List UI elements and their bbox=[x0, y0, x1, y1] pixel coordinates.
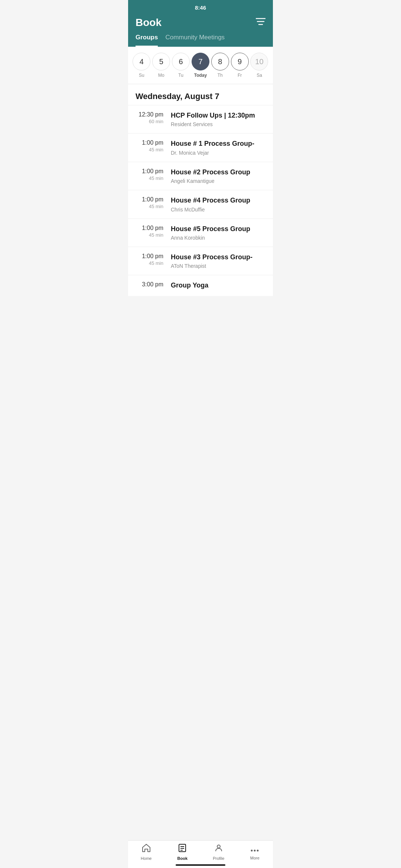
schedule-item[interactable]: 1:00 pm45 minHouse #2 Process GroupAngel… bbox=[128, 162, 273, 190]
status-bar: 8:46 bbox=[128, 0, 273, 13]
schedule-item[interactable]: 1:00 pm45 minHouse #5 Process GroupAnna … bbox=[128, 218, 273, 247]
event-title: House #5 Process Group bbox=[171, 225, 265, 233]
event-block: House # 1 Process Group-Dr. Monica Vejar bbox=[171, 139, 265, 155]
time-duration: 45 min bbox=[136, 175, 163, 181]
time-main: 1:00 pm bbox=[136, 253, 163, 260]
filter-icon[interactable] bbox=[256, 17, 265, 28]
event-block: HCP Follow Ups | 12:30pmResident Service… bbox=[171, 111, 265, 127]
time-block: 1:00 pm45 min bbox=[136, 139, 163, 152]
date-circle: 8 bbox=[211, 53, 229, 70]
day-label: Tu bbox=[178, 73, 183, 78]
date-circle: 6 bbox=[172, 53, 190, 70]
time-block: 1:00 pm45 min bbox=[136, 253, 163, 266]
event-block: House #4 Process GroupChris McDuffie bbox=[171, 196, 265, 212]
event-subtitle: Angeli Kamantigue bbox=[171, 178, 265, 184]
day-label: Mo bbox=[158, 73, 164, 78]
time-duration: 60 min bbox=[136, 119, 163, 124]
date-item[interactable]: 6Tu bbox=[172, 53, 190, 78]
time-block: 1:00 pm45 min bbox=[136, 225, 163, 238]
date-item[interactable]: 9Fr bbox=[231, 53, 249, 78]
time-block: 1:00 pm45 min bbox=[136, 196, 163, 209]
time-main: 1:00 pm bbox=[136, 196, 163, 203]
date-item[interactable]: 10Sa bbox=[250, 53, 268, 78]
time-main: 3:00 pm bbox=[136, 281, 163, 288]
time-block: 1:00 pm45 min bbox=[136, 168, 163, 181]
day-label: Su bbox=[139, 73, 144, 78]
event-block: Group Yoga bbox=[171, 281, 265, 290]
time-block: 12:30 pm60 min bbox=[136, 111, 163, 124]
event-title: House #4 Process Group bbox=[171, 196, 265, 205]
event-subtitle: Resident Services bbox=[171, 121, 265, 127]
date-circle: 5 bbox=[152, 53, 170, 70]
schedule-item[interactable]: 12:30 pm60 minHCP Follow Ups | 12:30pmRe… bbox=[128, 105, 273, 133]
event-title: House #3 Process Group- bbox=[171, 253, 265, 262]
event-block: House #2 Process GroupAngeli Kamantigue bbox=[171, 168, 265, 184]
event-subtitle: Dr. Monica Vejar bbox=[171, 150, 265, 156]
date-heading: Wednesday, August 7 bbox=[128, 84, 273, 105]
event-title: HCP Follow Ups | 12:30pm bbox=[171, 111, 265, 120]
event-title: House #2 Process Group bbox=[171, 168, 265, 177]
day-label: Sa bbox=[257, 73, 262, 78]
day-label: Th bbox=[218, 73, 223, 78]
date-circle: 10 bbox=[250, 53, 268, 70]
event-title: Group Yoga bbox=[171, 281, 265, 290]
schedule-item[interactable]: 1:00 pm45 minHouse #4 Process GroupChris… bbox=[128, 190, 273, 218]
day-label: Fr bbox=[238, 73, 242, 78]
date-strip: 4Su5Mo6Tu7Today8Th9Fr10Sa bbox=[128, 47, 273, 84]
time-main: 1:00 pm bbox=[136, 139, 163, 146]
schedule-item[interactable]: 3:00 pmGroup Yoga bbox=[128, 275, 273, 296]
time-main: 12:30 pm bbox=[136, 111, 163, 118]
date-item[interactable]: 4Su bbox=[133, 53, 150, 78]
date-item[interactable]: 7Today bbox=[192, 53, 209, 78]
time-duration: 45 min bbox=[136, 204, 163, 209]
schedule-list: 12:30 pm60 minHCP Follow Ups | 12:30pmRe… bbox=[128, 105, 273, 296]
page-title: Book bbox=[136, 17, 162, 29]
event-subtitle: Anna Korobkin bbox=[171, 235, 265, 241]
time-duration: 45 min bbox=[136, 147, 163, 152]
event-subtitle: AToN Therapist bbox=[171, 263, 265, 269]
time-main: 1:00 pm bbox=[136, 225, 163, 231]
schedule-item[interactable]: 1:00 pm45 minHouse #3 Process Group-AToN… bbox=[128, 247, 273, 275]
event-block: House #3 Process Group-AToN Therapist bbox=[171, 253, 265, 269]
time-block: 3:00 pm bbox=[136, 281, 163, 289]
date-item[interactable]: 8Th bbox=[211, 53, 229, 78]
schedule-item[interactable]: 1:00 pm45 minHouse # 1 Process Group-Dr.… bbox=[128, 133, 273, 161]
status-time: 8:46 bbox=[195, 4, 206, 11]
date-circle: 4 bbox=[133, 53, 150, 70]
time-main: 1:00 pm bbox=[136, 168, 163, 175]
event-title: House # 1 Process Group- bbox=[171, 139, 265, 148]
tab-groups[interactable]: Groups bbox=[136, 34, 158, 47]
time-duration: 45 min bbox=[136, 260, 163, 266]
date-circle: 9 bbox=[231, 53, 249, 70]
tab-community-meetings[interactable]: Community Meetings bbox=[165, 34, 225, 47]
event-subtitle: Chris McDuffie bbox=[171, 207, 265, 213]
day-label: Today bbox=[194, 73, 207, 78]
header: Book bbox=[128, 13, 273, 29]
time-duration: 45 min bbox=[136, 232, 163, 238]
date-circle: 7 bbox=[192, 53, 209, 70]
tab-bar: Groups Community Meetings bbox=[128, 29, 273, 47]
date-item[interactable]: 5Mo bbox=[152, 53, 170, 78]
event-block: House #5 Process GroupAnna Korobkin bbox=[171, 225, 265, 241]
